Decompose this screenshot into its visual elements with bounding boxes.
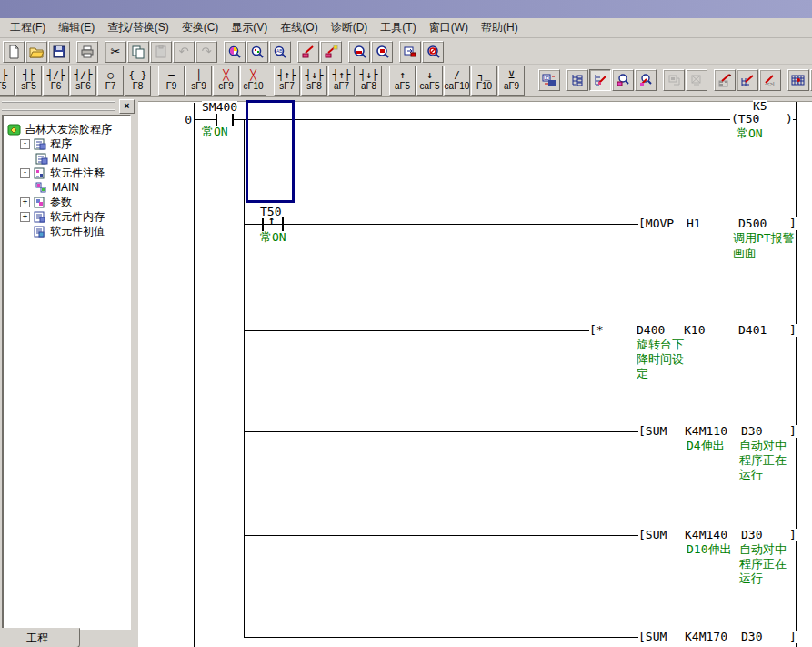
tree-item-label: 软元件内存 (50, 209, 105, 225)
tree-item-comment-main[interactable]: MAIN (4, 180, 129, 195)
instruction-close-bracket: ] (789, 631, 797, 643)
instruction-sum[interactable]: [SUM (638, 529, 667, 541)
read-mode-icon[interactable]: -<>| (759, 69, 781, 91)
operand[interactable]: D30 (741, 631, 762, 643)
open-icon[interactable] (25, 41, 47, 63)
menu-tools[interactable]: 工具(T) (374, 18, 422, 37)
ladder-rising-edge-button[interactable]: ↑aF5 (389, 66, 416, 96)
menu-online[interactable]: 在线(O) (274, 18, 324, 37)
operand[interactable]: H1 (687, 217, 701, 230)
ladder-hline-button[interactable]: ─F9 (158, 66, 185, 96)
operand[interactable]: D500 (738, 217, 767, 230)
find-replace-dialog-icon[interactable] (635, 69, 657, 91)
replace-device-icon[interactable] (297, 41, 319, 63)
menu-help[interactable]: 帮助(H) (475, 18, 525, 37)
instruction-multiply[interactable]: [* (589, 324, 604, 337)
tab-label: 工程 (26, 631, 48, 646)
expand-icon[interactable]: + (20, 212, 30, 222)
program-toggle-icon[interactable]: LD (538, 69, 560, 91)
collapse-icon[interactable]: - (20, 168, 30, 178)
expand-icon[interactable]: + (20, 197, 30, 207)
panel-grip-handle[interactable] (2, 101, 115, 111)
ladder-closed-contact-button[interactable]: ┤/├F6 (43, 66, 69, 96)
contact-device-label[interactable]: SM400 (202, 101, 237, 114)
ladder-parallel-closed-contact-button[interactable]: ╡/╞sF6 (70, 66, 96, 96)
menu-diagnostics[interactable]: 诊断(D) (325, 18, 375, 37)
find-device-dialog-icon[interactable] (612, 69, 634, 91)
device-memory-grid-icon[interactable] (787, 69, 809, 91)
tree-item-device-memory[interactable]: + 软元件内存 (4, 209, 129, 224)
ladder-rising-pulse-button[interactable]: ┤↑├sF7 (274, 66, 300, 96)
instruction-sum[interactable]: [SUM (638, 425, 667, 438)
ladder-delete-hline-button[interactable]: ╳cF9 (213, 66, 239, 96)
project-data-list-icon[interactable] (566, 69, 588, 91)
ladder-line-write-button[interactable]: ┐_F10 (471, 66, 497, 96)
ladder-vline-button[interactable]: │sF9 (185, 66, 212, 96)
menu-convert[interactable]: 变换(C) (175, 18, 226, 37)
menu-view[interactable]: 显示(V) (225, 18, 274, 37)
zoom-header-icon[interactable] (348, 41, 370, 63)
replace-string-icon[interactable] (320, 41, 342, 63)
ladder-delete-vline-button[interactable]: ╳cF10 (240, 66, 266, 96)
operand[interactable]: D400 (637, 324, 665, 337)
operand[interactable]: K4M140 (685, 529, 727, 541)
panel-close-button[interactable]: × (119, 99, 135, 114)
operand[interactable]: K10 (684, 324, 705, 337)
save-icon[interactable] (48, 41, 70, 63)
tree-item-project-root[interactable]: 吉林大发涂胶程序 (4, 122, 129, 136)
menu-edit[interactable]: 编辑(E) (52, 18, 101, 37)
operand[interactable]: K4M170 (685, 631, 727, 643)
write-mode-icon[interactable] (714, 69, 736, 91)
svg-text:-<>|: -<>| (765, 81, 775, 86)
tree-item-device-init[interactable]: 软元件初值 (4, 224, 129, 238)
menu-project[interactable]: 工程(F) (4, 18, 52, 37)
ladder-open-contact-button[interactable]: ┤├F5 (0, 66, 15, 96)
ladder-parallel-falling-pulse-button[interactable]: ╡↓╞aF8 (356, 66, 382, 96)
device-memory-icon (33, 211, 47, 223)
undo-icon: ↶ (173, 41, 195, 63)
find-device-icon[interactable] (246, 41, 268, 63)
menu-window[interactable]: 窗口(W) (423, 18, 475, 37)
collapse-icon[interactable]: - (20, 139, 30, 149)
contact-device-label[interactable]: T50 (260, 206, 281, 218)
ladder-edge-op-button[interactable]: ⊻aF9 (498, 66, 525, 96)
new-icon[interactable] (3, 41, 25, 63)
project-data-comment-icon[interactable] (589, 69, 611, 91)
operand[interactable]: K4M110 (685, 425, 727, 438)
contact-t50-pulse[interactable] (262, 217, 264, 231)
ladder-application-instruction-button[interactable]: { }F8 (125, 66, 151, 96)
ladder-invert-button[interactable]: -/-caF10 (444, 66, 470, 96)
instruction-movp[interactable]: [MOVP (638, 217, 674, 230)
ladder-falling-edge-button[interactable]: ↓caF5 (416, 66, 443, 96)
find-icon[interactable] (224, 41, 246, 63)
tree-item-program[interactable]: - 程序 (4, 136, 129, 151)
operand[interactable]: D401 (738, 324, 767, 337)
monitor-stop-icon (686, 69, 707, 91)
window-switch-icon[interactable] (399, 41, 421, 63)
ladder-parallel-contact-button[interactable]: ╡╞sF5 (15, 66, 42, 96)
zoom-edit-icon[interactable] (371, 41, 393, 63)
ladder-parallel-rising-pulse-button[interactable]: ╡↑╞aF7 (328, 66, 355, 96)
menu-find-replace[interactable]: 查找/替换(S) (101, 18, 175, 37)
find-string-icon[interactable]: AB (269, 41, 291, 63)
project-icon (7, 124, 22, 136)
tab-project[interactable]: 工程 (0, 628, 80, 647)
instruction-sum[interactable]: [SUM (638, 631, 667, 643)
instruction-close-bracket: ] (789, 425, 797, 438)
ladder-coil-button[interactable]: -○-F7 (97, 66, 124, 96)
zoom-monitor-icon[interactable] (422, 41, 444, 63)
operand[interactable]: D30 (741, 425, 762, 438)
tree-item-parameter[interactable]: + 参数 (4, 195, 129, 209)
operand[interactable]: D30 (741, 529, 762, 541)
operand-comment: D4伸出 (687, 439, 739, 453)
tree-item-device-comment[interactable]: - 软元件注释 (4, 166, 129, 180)
cut-icon[interactable]: ✂ (105, 41, 126, 63)
tree-item-program-main[interactable]: MAIN (4, 151, 129, 166)
device-comment-icon (33, 167, 47, 179)
coil-t50[interactable]: (T50 (731, 113, 759, 126)
monitor-write-mode-icon[interactable] (737, 69, 758, 91)
copy-icon[interactable] (127, 41, 149, 63)
ladder-falling-pulse-button[interactable]: ┤↓├sF8 (301, 66, 327, 96)
print-icon[interactable] (76, 41, 98, 63)
ladder-program-icon (35, 153, 49, 165)
